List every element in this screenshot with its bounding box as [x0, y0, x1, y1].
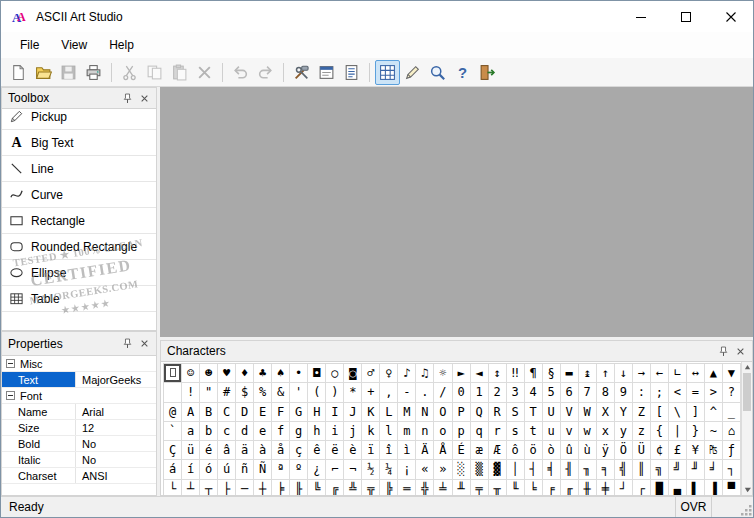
property-name[interactable]: Bold [2, 436, 76, 451]
char-cell[interactable]: ╞ [272, 480, 290, 495]
char-cell[interactable]: q [471, 422, 489, 441]
char-cell[interactable]: { [651, 422, 669, 441]
char-cell[interactable]: ╚ [308, 480, 326, 495]
char-cell[interactable]: < [669, 383, 687, 402]
char-cell[interactable]: ) [326, 383, 344, 402]
char-cell[interactable]: 7 [579, 383, 597, 402]
maximize-button[interactable] [663, 1, 708, 32]
char-cell[interactable]: p [453, 422, 471, 441]
char-cell[interactable]: ~ [705, 422, 723, 441]
property-name[interactable]: Italic [2, 452, 76, 467]
char-cell[interactable]: Ö [615, 441, 633, 460]
char-cell[interactable]: : [633, 383, 651, 402]
char-cell[interactable]: ♀ [380, 364, 398, 383]
tools-button[interactable] [289, 60, 314, 85]
char-cell[interactable]: j [344, 422, 362, 441]
char-cell[interactable]: à [254, 441, 272, 460]
char-cell[interactable]: R [489, 403, 507, 422]
char-cell[interactable]: S [507, 403, 525, 422]
char-cell[interactable]: m [398, 422, 416, 441]
char-cell[interactable]: ╜ [687, 460, 705, 479]
char-cell[interactable]: L [380, 403, 398, 422]
char-cell[interactable]: ═ [398, 480, 416, 495]
collapse-icon[interactable] [6, 391, 15, 400]
char-cell[interactable]: │ [507, 460, 525, 479]
char-cell[interactable]: i [326, 422, 344, 441]
char-cell[interactable] [164, 364, 182, 383]
char-cell[interactable]: ↓ [615, 364, 633, 383]
char-cell[interactable]: ▼ [723, 364, 741, 383]
paste-button[interactable] [167, 60, 192, 85]
redo-button[interactable] [253, 60, 278, 85]
char-cell[interactable]: ▒ [471, 460, 489, 479]
char-cell[interactable]: [ [651, 403, 669, 422]
toolbox-item-curve[interactable]: Curve [2, 182, 156, 208]
char-cell[interactable]: ↔ [687, 364, 705, 383]
char-cell[interactable]: ╙ [507, 480, 525, 495]
menu-item-file[interactable]: File [9, 34, 50, 56]
char-cell[interactable]: ◙ [344, 364, 362, 383]
char-cell[interactable]: ♣ [254, 364, 272, 383]
char-cell[interactable]: ♫ [416, 364, 434, 383]
char-cell[interactable]: k [362, 422, 380, 441]
char-cell[interactable]: X [597, 403, 615, 422]
char-cell[interactable]: £ [669, 441, 687, 460]
char-cell[interactable]: + [362, 383, 380, 402]
property-group-misc[interactable]: Misc [2, 356, 156, 372]
property-value[interactable]: MajorGeeks [76, 372, 156, 387]
char-cell[interactable]: 1 [471, 383, 489, 402]
char-cell[interactable]: ä [236, 441, 254, 460]
char-cell[interactable]: ↑ [597, 364, 615, 383]
char-cell[interactable]: # [218, 383, 236, 402]
char-cell[interactable]: ì [398, 441, 416, 460]
char-cell[interactable]: B [200, 403, 218, 422]
char-cell[interactable]: ♠ [272, 364, 290, 383]
char-cell[interactable]: ☼ [434, 364, 452, 383]
char-cell[interactable]: h [308, 422, 326, 441]
characters-scrollbar[interactable] [741, 362, 752, 495]
char-cell[interactable]: 6 [561, 383, 579, 402]
property-name[interactable]: Name [2, 404, 76, 419]
char-cell[interactable]: ╥ [489, 480, 507, 495]
char-cell[interactable]: ┐ [723, 460, 741, 479]
char-cell[interactable]: u [543, 422, 561, 441]
char-cell[interactable]: y [615, 422, 633, 441]
scroll-up-icon[interactable] [742, 362, 752, 373]
property-value[interactable]: ANSI [76, 468, 156, 483]
char-cell[interactable]: ‼ [507, 364, 525, 383]
char-cell[interactable]: b [200, 422, 218, 441]
char-cell[interactable]: → [633, 364, 651, 383]
char-cell[interactable]: ▌ [687, 480, 705, 495]
char-cell[interactable]: | [669, 422, 687, 441]
char-cell[interactable]: ╝ [669, 460, 687, 479]
char-cell[interactable]: ┬ [200, 480, 218, 495]
scroll-down-icon[interactable] [742, 484, 752, 495]
char-cell[interactable]: ÿ [597, 441, 615, 460]
char-cell[interactable]: ¶ [525, 364, 543, 383]
char-cell[interactable]: > [705, 383, 723, 402]
char-cell[interactable]: Ä [416, 441, 434, 460]
char-cell[interactable]: \ [669, 403, 687, 422]
char-cell[interactable]: Z [633, 403, 651, 422]
char-cell[interactable]: ú [218, 460, 236, 479]
char-cell[interactable]: ½ [362, 460, 380, 479]
char-cell[interactable]: ╪ [597, 480, 615, 495]
char-cell[interactable]: v [561, 422, 579, 441]
char-cell[interactable]: ⌐ [326, 460, 344, 479]
toolbox-item-pickup[interactable]: Pickup [2, 109, 156, 130]
char-cell[interactable]: V [561, 403, 579, 422]
char-cell[interactable]: F [272, 403, 290, 422]
char-cell[interactable]: 5 [543, 383, 561, 402]
char-cell[interactable]: è [344, 441, 362, 460]
char-cell[interactable]: & [272, 383, 290, 402]
char-cell[interactable]: , [380, 383, 398, 402]
resize-grip-icon[interactable] [735, 497, 753, 517]
close-icon[interactable] [136, 90, 153, 107]
char-cell[interactable]: ─ [236, 480, 254, 495]
char-cell[interactable]: a [182, 422, 200, 441]
char-cell[interactable]: Ü [633, 441, 651, 460]
char-cell[interactable]: ¡ [398, 460, 416, 479]
property-name[interactable]: Charset [2, 468, 76, 483]
pin-icon[interactable] [715, 343, 732, 360]
property-group-font[interactable]: Font [2, 388, 156, 404]
